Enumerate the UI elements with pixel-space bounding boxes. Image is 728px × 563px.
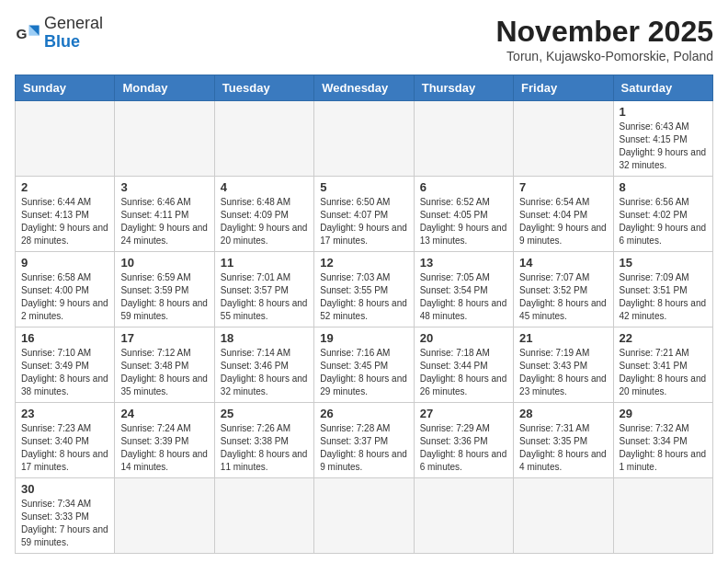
svg-text:G: G (16, 25, 27, 40)
day-number: 16 (21, 331, 108, 345)
day-info: Sunrise: 7:10 AM Sunset: 3:49 PM Dayligh… (21, 347, 108, 398)
day-number: 1 (620, 105, 707, 119)
calendar-cell: 28Sunrise: 7:31 AM Sunset: 3:35 PM Dayli… (514, 403, 613, 478)
day-number: 26 (320, 407, 407, 420)
calendar-cell: 7Sunrise: 6:54 AM Sunset: 4:04 PM Daylig… (514, 177, 613, 252)
calendar-cell: 20Sunrise: 7:18 AM Sunset: 3:44 PM Dayli… (414, 327, 513, 403)
calendar-cell: 22Sunrise: 7:21 AM Sunset: 3:41 PM Dayli… (613, 327, 712, 403)
weekday-header-wednesday: Wednesday (314, 75, 414, 101)
calendar-cell: 18Sunrise: 7:14 AM Sunset: 3:46 PM Dayli… (214, 327, 313, 403)
day-number: 23 (21, 407, 108, 420)
day-info: Sunrise: 7:14 AM Sunset: 3:46 PM Dayligh… (221, 347, 308, 398)
day-number: 25 (221, 407, 308, 420)
day-info: Sunrise: 6:56 AM Sunset: 4:02 PM Dayligh… (620, 196, 707, 247)
calendar-cell: 16Sunrise: 7:10 AM Sunset: 3:49 PM Dayli… (16, 327, 115, 403)
day-info: Sunrise: 7:29 AM Sunset: 3:36 PM Dayligh… (420, 422, 507, 474)
calendar-row-0: 1Sunrise: 6:43 AM Sunset: 4:15 PM Daylig… (16, 101, 713, 177)
day-number: 2 (21, 180, 108, 194)
calendar-cell (414, 101, 513, 177)
calendar-cell: 26Sunrise: 7:28 AM Sunset: 3:37 PM Dayli… (314, 403, 414, 478)
calendar-cell (514, 478, 613, 554)
weekday-header-monday: Monday (115, 75, 214, 101)
calendar-cell: 15Sunrise: 7:09 AM Sunset: 3:51 PM Dayli… (613, 252, 712, 327)
day-info: Sunrise: 7:09 AM Sunset: 3:51 PM Dayligh… (620, 271, 707, 323)
calendar-cell: 9Sunrise: 6:58 AM Sunset: 4:00 PM Daylig… (16, 252, 115, 327)
day-info: Sunrise: 6:50 AM Sunset: 4:07 PM Dayligh… (320, 196, 407, 247)
day-number: 18 (221, 331, 308, 345)
day-info: Sunrise: 6:54 AM Sunset: 4:04 PM Dayligh… (519, 196, 607, 247)
calendar-row-5: 30Sunrise: 7:34 AM Sunset: 3:33 PM Dayli… (16, 478, 713, 554)
calendar-row-4: 23Sunrise: 7:23 AM Sunset: 3:40 PM Dayli… (16, 403, 713, 478)
day-info: Sunrise: 7:21 AM Sunset: 3:41 PM Dayligh… (620, 347, 707, 398)
day-info: Sunrise: 7:31 AM Sunset: 3:35 PM Dayligh… (519, 422, 607, 474)
month-title: November 2025 (495, 15, 713, 49)
calendar-cell (613, 478, 712, 554)
weekday-header-row: SundayMondayTuesdayWednesdayThursdayFrid… (16, 75, 713, 101)
day-number: 30 (21, 482, 108, 496)
calendar-cell (314, 101, 414, 177)
calendar-cell: 19Sunrise: 7:16 AM Sunset: 3:45 PM Dayli… (314, 327, 414, 403)
logo-blue: Blue (44, 32, 80, 51)
weekday-header-saturday: Saturday (613, 75, 712, 101)
day-info: Sunrise: 7:28 AM Sunset: 3:37 PM Dayligh… (320, 422, 407, 474)
calendar-row-1: 2Sunrise: 6:44 AM Sunset: 4:13 PM Daylig… (16, 177, 713, 252)
day-info: Sunrise: 6:48 AM Sunset: 4:09 PM Dayligh… (221, 196, 308, 247)
calendar-cell: 8Sunrise: 6:56 AM Sunset: 4:02 PM Daylig… (613, 177, 712, 252)
calendar-cell: 6Sunrise: 6:52 AM Sunset: 4:05 PM Daylig… (414, 177, 513, 252)
day-info: Sunrise: 6:43 AM Sunset: 4:15 PM Dayligh… (620, 121, 707, 172)
day-info: Sunrise: 7:24 AM Sunset: 3:39 PM Dayligh… (120, 422, 208, 474)
day-number: 13 (420, 256, 507, 270)
logo: G General Blue (15, 15, 103, 52)
day-number: 15 (620, 256, 707, 270)
calendar-cell: 17Sunrise: 7:12 AM Sunset: 3:48 PM Dayli… (115, 327, 214, 403)
calendar-cell (314, 478, 414, 554)
day-info: Sunrise: 7:23 AM Sunset: 3:40 PM Dayligh… (21, 422, 108, 474)
calendar-cell (115, 478, 214, 554)
day-number: 28 (519, 407, 607, 420)
day-number: 8 (620, 180, 707, 194)
calendar-cell: 27Sunrise: 7:29 AM Sunset: 3:36 PM Dayli… (414, 403, 513, 478)
calendar-cell: 29Sunrise: 7:32 AM Sunset: 3:34 PM Dayli… (613, 403, 712, 478)
weekday-header-tuesday: Tuesday (214, 75, 313, 101)
day-info: Sunrise: 6:52 AM Sunset: 4:05 PM Dayligh… (420, 196, 507, 247)
day-number: 7 (519, 180, 607, 194)
calendar-cell: 1Sunrise: 6:43 AM Sunset: 4:15 PM Daylig… (613, 101, 712, 177)
calendar-cell (214, 478, 313, 554)
day-number: 6 (420, 180, 507, 194)
day-info: Sunrise: 7:01 AM Sunset: 3:57 PM Dayligh… (221, 271, 308, 323)
day-number: 27 (420, 407, 507, 420)
calendar: SundayMondayTuesdayWednesdayThursdayFrid… (15, 75, 713, 554)
day-info: Sunrise: 7:03 AM Sunset: 3:55 PM Dayligh… (320, 271, 407, 323)
day-info: Sunrise: 7:18 AM Sunset: 3:44 PM Dayligh… (420, 347, 507, 398)
logo-general: General (44, 14, 103, 32)
calendar-cell (115, 101, 214, 177)
calendar-cell: 24Sunrise: 7:24 AM Sunset: 3:39 PM Dayli… (115, 403, 214, 478)
calendar-cell: 3Sunrise: 6:46 AM Sunset: 4:11 PM Daylig… (115, 177, 214, 252)
calendar-cell (514, 101, 613, 177)
day-number: 19 (320, 331, 407, 345)
day-number: 29 (620, 407, 707, 420)
day-number: 12 (320, 256, 407, 270)
day-number: 22 (620, 331, 707, 345)
day-number: 10 (120, 256, 208, 270)
day-info: Sunrise: 7:05 AM Sunset: 3:54 PM Dayligh… (420, 271, 507, 323)
logo-text: General Blue (44, 15, 103, 52)
day-info: Sunrise: 7:12 AM Sunset: 3:48 PM Dayligh… (120, 347, 208, 398)
header: G General Blue November 2025 Torun, Kuja… (15, 15, 713, 63)
day-info: Sunrise: 6:46 AM Sunset: 4:11 PM Dayligh… (120, 196, 208, 247)
day-number: 21 (519, 331, 607, 345)
calendar-cell: 13Sunrise: 7:05 AM Sunset: 3:54 PM Dayli… (414, 252, 513, 327)
day-number: 20 (420, 331, 507, 345)
day-number: 5 (320, 180, 407, 194)
calendar-cell: 21Sunrise: 7:19 AM Sunset: 3:43 PM Dayli… (514, 327, 613, 403)
title-area: November 2025 Torun, Kujawsko-Pomorskie,… (495, 15, 713, 63)
calendar-row-2: 9Sunrise: 6:58 AM Sunset: 4:00 PM Daylig… (16, 252, 713, 327)
day-number: 4 (221, 180, 308, 194)
day-info: Sunrise: 6:44 AM Sunset: 4:13 PM Dayligh… (21, 196, 108, 247)
calendar-cell: 10Sunrise: 6:59 AM Sunset: 3:59 PM Dayli… (115, 252, 214, 327)
calendar-cell (214, 101, 313, 177)
day-number: 9 (21, 256, 108, 270)
calendar-cell: 25Sunrise: 7:26 AM Sunset: 3:38 PM Dayli… (214, 403, 313, 478)
weekday-header-friday: Friday (514, 75, 613, 101)
calendar-cell (414, 478, 513, 554)
